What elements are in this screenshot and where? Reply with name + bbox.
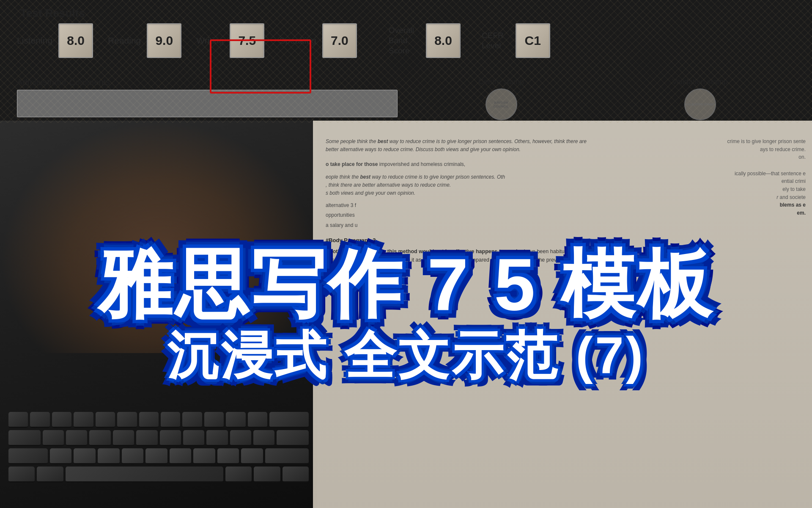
validation-stamp-area: Validation stamp VALIDATION STAMP [605,77,795,120]
cefr-score-box: C1 [516,23,550,58]
admin-comments-box [17,90,398,117]
listening-score-item: Listening 8.0 [17,23,93,58]
writing-label: Writing [196,36,224,46]
reading-score-box: 9.0 [147,23,181,58]
listening-score-box: 8.0 [58,23,93,58]
centre-stamp-text: BRITISH COUNCIL [486,101,516,108]
validation-stamp-text: VALIDATION STAMP [686,103,714,106]
cefr-label: CEFR Level [482,30,504,51]
main-title: 雅思写作 7 5 模板 [98,247,714,321]
speaking-score-item: Speaking 7.0 [279,23,357,58]
test-results-label: Test Results [20,7,85,20]
writing-score-box: 7.5 [230,23,264,58]
centre-stamp-area: Centre stamp BRITISH COUNCIL [406,77,596,120]
overall-score-box: 8.0 [426,23,461,58]
admin-comments-label: Administrator Comments [17,77,398,87]
main-title-overlay: 雅思写作 7 5 模板 沉浸式 全文示范 (7) [0,121,812,508]
subtitle: 沉浸式 全文示范 (7) [167,330,645,381]
overall-score-item: Overall Band Score [389,25,414,55]
speaking-label: Speaking [279,36,316,46]
reading-label: Reading [108,36,141,46]
speaking-score-box: 7.0 [322,23,357,58]
scores-row: Listening 8.0 Reading 9.0 Writing 7.5 Sp… [17,23,550,58]
cefr-label-item: CEFR Level [482,30,504,51]
validation-stamp-label: Validation stamp [672,77,728,86]
reading-score-item: Reading 9.0 [108,23,181,58]
test-results-section: Test Results Listening 8.0 Reading 9.0 W… [0,0,812,123]
writing-score-item: Writing 7.5 [196,23,264,58]
validation-stamp-circle: VALIDATION STAMP [684,88,716,120]
admin-stamps-row: Administrator Comments Centre stamp BRIT… [17,77,795,120]
centre-stamp-label: Centre stamp [478,77,524,86]
centre-stamp-circle: BRITISH COUNCIL [486,88,517,120]
admin-comments-area: Administrator Comments [17,77,398,117]
overall-label: Overall Band Score [389,25,414,55]
listening-label: Listening [17,36,52,46]
